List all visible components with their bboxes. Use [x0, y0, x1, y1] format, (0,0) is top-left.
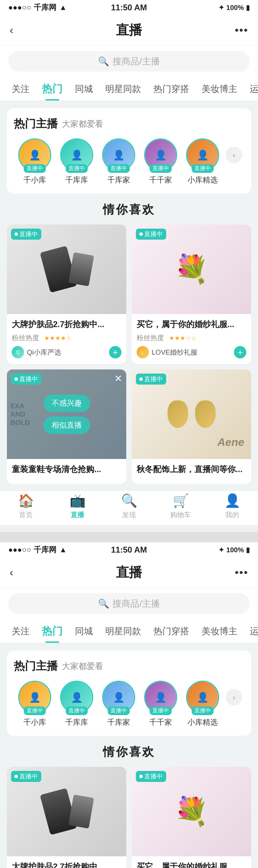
tab-sports[interactable]: 运动健身 — [244, 77, 258, 101]
tab-local[interactable]: 同城 — [69, 77, 99, 101]
video-thumb-4: 直播中 Aene — [132, 369, 251, 459]
live-dot-1 — [14, 232, 18, 236]
add-button-1[interactable]: + — [109, 346, 121, 358]
live-badge-5: 直播中 — [192, 164, 214, 173]
video-card-2-2[interactable]: 💐 直播中 买它，属于你的婚纱礼服... 粉丝热度 ★★★☆☆ — [132, 767, 251, 868]
live-dot-2-2 — [139, 775, 143, 778]
back-button-2[interactable]: ‹ — [10, 566, 13, 579]
video-card-2[interactable]: 💐 直播中 买它，属于你的婚纱礼服... 粉丝热度 ★★★☆☆ — [132, 224, 251, 364]
video-grid: 直播中 大牌护肤品2.7折抢购中... 粉丝热度 ★★★★☆ Q Qi小库严选 — [7, 224, 251, 484]
video-title-1: 大牌护肤品2.7折抢购中... — [12, 319, 121, 330]
similar-live-button[interactable]: 相似直播 — [43, 417, 90, 434]
live-dot-2 — [139, 232, 143, 236]
tab-follow[interactable]: 关注 — [6, 77, 36, 101]
status-right: ✦ 100% ▮ — [218, 3, 250, 12]
streamer-name-2-4: 千千家 — [149, 717, 172, 728]
search-input-field-2[interactable]: 🔍 搜商品/主播 — [8, 593, 250, 614]
streamer-name-2-3: 千库家 — [107, 717, 130, 728]
tab-hot-2[interactable]: 热门 — [36, 619, 69, 643]
fans-label-2: 粉丝热度 ★★★☆☆ — [137, 333, 196, 343]
streamer-name-1: 千小库 — [23, 175, 46, 185]
hot-streamers-title-2: 热门主播 — [14, 659, 58, 674]
streamer-item-2[interactable]: 👤 直播中 千库库 — [56, 138, 98, 185]
more-button-2[interactable]: ••• — [235, 566, 248, 579]
wifi-icon-2: ▲ — [59, 545, 67, 554]
tab-celebrity-2[interactable]: 明星同款 — [99, 619, 147, 643]
bluetooth-icon: ✦ — [218, 3, 224, 12]
tab-follow-2[interactable]: 关注 — [6, 619, 36, 643]
search-input-field[interactable]: 🔍 搜商品/主播 — [8, 51, 250, 72]
streamer-avatar-wrap-2-4: 👤 直播中 — [144, 681, 177, 714]
tab-beauty-2[interactable]: 美妆博主 — [195, 619, 244, 643]
streamer-item-4[interactable]: 👤 直播中 千千家 — [140, 138, 182, 185]
close-overlay-button[interactable]: ✕ — [114, 373, 122, 384]
streamer-name-2-1: 千小库 — [23, 717, 46, 728]
video-info-2-1: 大牌护肤品2.7折抢购中... 粉丝热度 ★★★★☆ Q Qi小库严选 + — [7, 856, 126, 868]
page-title-2: 直播 — [116, 564, 142, 581]
nav-item-discover[interactable]: 🔍 发现 — [103, 493, 155, 520]
streamer-item-2-1[interactable]: 👤 直播中 千小库 — [14, 681, 56, 728]
nav-item-cart[interactable]: 🛒 购物车 — [155, 493, 206, 520]
tab-celebrity[interactable]: 明星同款 — [99, 77, 147, 101]
live-badge-2-4: 直播中 — [150, 707, 172, 715]
streamers-row-2: 👤 直播中 千小库 👤 直播中 千库库 — [14, 681, 244, 728]
tab-beauty[interactable]: 美妆博主 — [195, 77, 244, 101]
streamer-mini-avatar-1: Q — [12, 346, 24, 358]
live-tag-4: 直播中 — [136, 374, 166, 385]
add-button-2[interactable]: + — [234, 346, 246, 358]
page-title: 直播 — [116, 21, 142, 39]
carrier-label: 千库网 — [34, 2, 56, 13]
streamer-item-2-3[interactable]: 👤 直播中 千库家 — [98, 681, 140, 728]
video-info-2-2: 买它，属于你的婚纱礼服... 粉丝热度 ★★★☆☆ L LOVE婚纱礼服 + — [132, 856, 251, 868]
live-badge-2-2: 直播中 — [66, 707, 88, 715]
streamers-row: 👤 直播中 千小库 👤 直播中 千库库 — [14, 138, 244, 185]
back-button[interactable]: ‹ — [10, 24, 13, 36]
recommend-title-2: 情你喜欢 — [103, 745, 155, 758]
video-thumb-2: 💐 直播中 — [132, 224, 251, 314]
status-left-2: ●●●○○ 千库网 ▲ — [8, 545, 67, 555]
tab-fashion[interactable]: 热门穿搭 — [147, 77, 195, 101]
video-card-1[interactable]: 直播中 大牌护肤品2.7折抢购中... 粉丝热度 ★★★★☆ Q Qi小库严选 — [7, 224, 126, 364]
more-button[interactable]: ••• — [235, 24, 248, 36]
nav-item-profile[interactable]: 👤 我的 — [206, 493, 258, 520]
streamer-item-2-4[interactable]: 👤 直播中 千千家 — [140, 681, 182, 728]
video-info-4: 秋冬配饰上新，直播间等你... — [132, 459, 251, 484]
flower-icon-2: 💐 — [174, 798, 209, 825]
more-streamers-button-2[interactable]: › — [224, 681, 244, 714]
streamer-avatar-wrap-5: 👤 直播中 — [186, 138, 219, 171]
carrier-label-2: 千库网 — [34, 545, 56, 555]
tab-sports-2[interactable]: 运动健身 — [244, 619, 258, 643]
live-badge-3: 直播中 — [108, 164, 130, 173]
fans-label-1: 粉丝热度 ★★★★☆ — [12, 333, 72, 343]
streamer-name-3: 千库家 — [107, 175, 130, 185]
tab-hot[interactable]: 热门 — [36, 77, 69, 101]
streamer-item-3[interactable]: 👤 直播中 千库家 — [98, 138, 140, 185]
live-badge-2: 直播中 — [66, 164, 88, 173]
streamer-item-2-2[interactable]: 👤 直播中 千库库 — [56, 681, 98, 728]
streamer-item-5[interactable]: 👤 直播中 小库精选 — [182, 138, 224, 185]
nav-item-home[interactable]: 🏠 首页 — [0, 493, 52, 520]
not-interested-button[interactable]: 不感兴趣 — [43, 395, 90, 412]
cart-icon: 🛒 — [173, 493, 189, 508]
bold-text-decoration: EXAANDBOLD — [10, 402, 30, 427]
tab-fashion-2[interactable]: 热门穿搭 — [147, 619, 195, 643]
nav-header-2: ‹ 直播 ••• — [0, 557, 258, 588]
nav-item-live[interactable]: 📺 直播 — [52, 493, 103, 520]
streamer-item-1[interactable]: 👤 直播中 千小库 — [14, 138, 56, 185]
category-tabs-2: 关注 热门 同城 明星同款 热门穿搭 美妆博主 运动健身 — [0, 619, 258, 644]
video-card-4[interactable]: 直播中 Aene 秋冬配饰上新，直播间等你... — [132, 369, 251, 484]
streamer-avatar-wrap-2-2: 👤 直播中 — [60, 681, 93, 714]
tab-local-2[interactable]: 同城 — [69, 619, 99, 643]
video-card-3[interactable]: 直播中 EXAANDBOLD ✕ 不感兴趣 相似直播 童装童鞋专场清仓抢购... — [7, 369, 126, 484]
aene-text-decoration: Aene — [217, 436, 244, 449]
battery-label-2: 100% — [226, 546, 244, 554]
nav-label-discover: 发现 — [122, 510, 136, 520]
hot-streamers-title: 热门主播 — [14, 116, 58, 132]
video-card-2-1[interactable]: 直播中 大牌护肤品2.7折抢购中... 粉丝热度 ★★★★☆ Q Qi小库严选 — [7, 767, 126, 868]
streamer-item-2-5[interactable]: 👤 直播中 小库精选 — [182, 681, 224, 728]
status-bar-2: ●●●○○ 千库网 ▲ 11:50 AM ✦ 100% ▮ — [0, 542, 258, 557]
streamer-row-2: L LOVE婚纱礼服 + — [137, 346, 246, 358]
battery-icon-2: ▮ — [246, 546, 250, 554]
more-streamers-button[interactable]: › — [224, 138, 244, 171]
earring-right — [195, 400, 216, 428]
